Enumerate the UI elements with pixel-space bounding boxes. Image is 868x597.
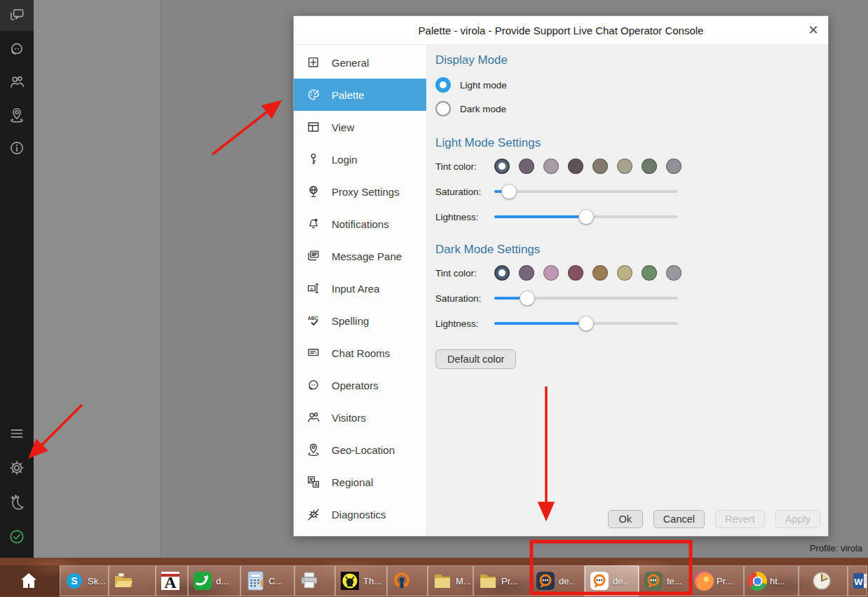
dark-swatch-3[interactable] — [543, 265, 559, 281]
category-login[interactable]: Login — [294, 143, 426, 175]
taskbar-item-virola-light[interactable]: de.. — [585, 565, 639, 596]
slider-track — [494, 190, 678, 193]
category-message-pane[interactable]: Message Pane — [294, 240, 426, 272]
light-swatch-1[interactable] — [494, 159, 510, 174]
printer-icon — [299, 570, 320, 591]
cancel-button[interactable]: Cancel — [653, 510, 705, 528]
category-operators[interactable]: Operators — [294, 369, 426, 401]
slider-handle[interactable] — [578, 209, 594, 224]
revert-button[interactable]: Revert — [715, 510, 765, 528]
apply-button[interactable]: Apply — [775, 510, 820, 528]
category-label: Operators — [332, 380, 379, 391]
category-label: Regional — [332, 476, 373, 488]
taskbar-item-firefox[interactable]: Pr... — [690, 565, 744, 596]
category-label: Chat Rooms — [332, 347, 390, 359]
taskbar-item-folder-m[interactable]: M... — [428, 565, 473, 596]
light-mode-settings-heading: Light Mode Settings — [435, 136, 820, 150]
chrome-icon — [748, 572, 767, 591]
sidebar-item-menu[interactable] — [0, 417, 34, 450]
sidebar-item-status[interactable] — [0, 521, 34, 553]
sidebar-item-chats[interactable] — [0, 0, 34, 31]
category-label: Notifications — [332, 218, 389, 230]
sidebar-item-info[interactable] — [0, 132, 34, 164]
light-saturation-slider[interactable] — [494, 183, 678, 200]
sidebar-item-settings[interactable] — [0, 452, 34, 484]
category-chat-rooms[interactable]: Chat Rooms — [294, 337, 426, 369]
light-mode-radio[interactable] — [435, 77, 451, 93]
category-proxy-settings[interactable]: Proxy Settings — [294, 175, 426, 208]
light-swatch-5[interactable] — [592, 159, 608, 174]
slider-fill — [494, 215, 586, 218]
dark-swatch-2[interactable] — [519, 265, 534, 281]
taskbar-item-openvpn[interactable] — [387, 565, 428, 596]
category-regional[interactable]: A Regional — [294, 466, 426, 498]
dark-mode-radio[interactable] — [435, 101, 451, 116]
default-color-button[interactable]: Default color — [435, 349, 516, 369]
taskbar-item-printer[interactable] — [294, 565, 335, 596]
taskbar-item-skype[interactable]: S Sk... — [60, 565, 109, 596]
globe-icon — [306, 184, 321, 199]
close-icon[interactable]: ✕ — [799, 22, 828, 38]
dark-swatch-8[interactable] — [666, 265, 681, 281]
taskbar-item-folder-pr[interactable]: Pr... — [473, 565, 531, 596]
dark-swatch-4[interactable] — [568, 265, 583, 281]
dark-swatch-7[interactable] — [642, 265, 657, 281]
light-swatch-3[interactable] — [543, 159, 559, 174]
taskbar-item-chrome[interactable]: ht... — [744, 565, 799, 596]
ok-button[interactable]: Ok — [608, 510, 643, 528]
light-swatch-7[interactable] — [642, 159, 657, 174]
sidebar-item-geo-location[interactable] — [0, 99, 34, 131]
light-tint-swatches — [494, 159, 681, 174]
category-general[interactable]: General — [294, 46, 426, 79]
light-swatch-2[interactable] — [519, 159, 534, 174]
sidebar-item-dark-mode[interactable] — [0, 486, 34, 518]
taskbar-item-clock[interactable] — [799, 565, 848, 596]
taskbar-item-green-app[interactable]: d... — [188, 565, 240, 596]
view-layout-icon — [306, 119, 321, 135]
slider-handle[interactable] — [520, 290, 535, 306]
svg-text:a: a — [310, 286, 313, 291]
taskbar-item-virola-green[interactable]: te... — [639, 565, 690, 596]
taskbar-item-home[interactable] — [0, 565, 60, 596]
light-saturation-row: Saturation: — [435, 181, 820, 202]
sidebar-item-operator[interactable] — [0, 33, 34, 65]
taskbar-item-label: de.. — [613, 576, 628, 586]
category-geo-location[interactable]: Geo-Location — [294, 434, 426, 466]
virola-chat-dark-icon — [535, 570, 556, 591]
dark-lightness-slider[interactable] — [494, 315, 678, 332]
taskbar-item-virola-dark[interactable]: de.. — [531, 565, 585, 596]
light-swatch-6[interactable] — [617, 159, 632, 174]
category-spelling[interactable]: ABC Spelling — [294, 304, 426, 337]
taskbar-item-explorer[interactable] — [109, 565, 156, 596]
dark-swatch-1[interactable] — [494, 265, 510, 281]
category-input-area[interactable]: a Input Area — [294, 272, 426, 304]
dark-saturation-slider[interactable] — [494, 290, 678, 307]
check-circle-icon — [8, 528, 26, 546]
category-diagnostics[interactable]: Diagnostics — [294, 498, 426, 530]
message-pane-icon — [306, 248, 321, 264]
slider-fill — [494, 322, 586, 325]
dark-swatch-6[interactable] — [617, 265, 632, 281]
category-view[interactable]: View — [294, 111, 426, 143]
slider-handle[interactable] — [501, 184, 517, 199]
clock-icon — [811, 570, 832, 591]
category-label: Visitors — [332, 412, 366, 424]
svg-text:A: A — [164, 573, 177, 591]
taskbar-item-fonts[interactable]: A — [156, 565, 188, 596]
slider-handle[interactable] — [578, 316, 594, 331]
dark-swatch-5[interactable] — [592, 265, 608, 281]
bell-icon — [306, 216, 321, 232]
taskbar-item-calculator[interactable]: C... — [240, 565, 294, 596]
taskbar-item-black-yellow-app[interactable]: Th... — [335, 565, 387, 596]
light-swatch-8[interactable] — [666, 159, 681, 174]
category-visitors[interactable]: Visitors — [294, 401, 426, 434]
dark-mode-option[interactable]: Dark mode — [435, 97, 820, 121]
palette-settings-panel: Display Mode Light mode Dark mode Light … — [427, 45, 828, 536]
light-swatch-4[interactable] — [568, 159, 583, 174]
sidebar-item-visitors[interactable] — [0, 66, 34, 98]
light-mode-option[interactable]: Light mode — [435, 73, 820, 97]
taskbar-item-word[interactable]: W H — [848, 565, 867, 596]
light-lightness-slider[interactable] — [494, 208, 678, 225]
category-palette[interactable]: Palette — [294, 79, 426, 111]
category-notifications[interactable]: Notifications — [294, 208, 426, 240]
